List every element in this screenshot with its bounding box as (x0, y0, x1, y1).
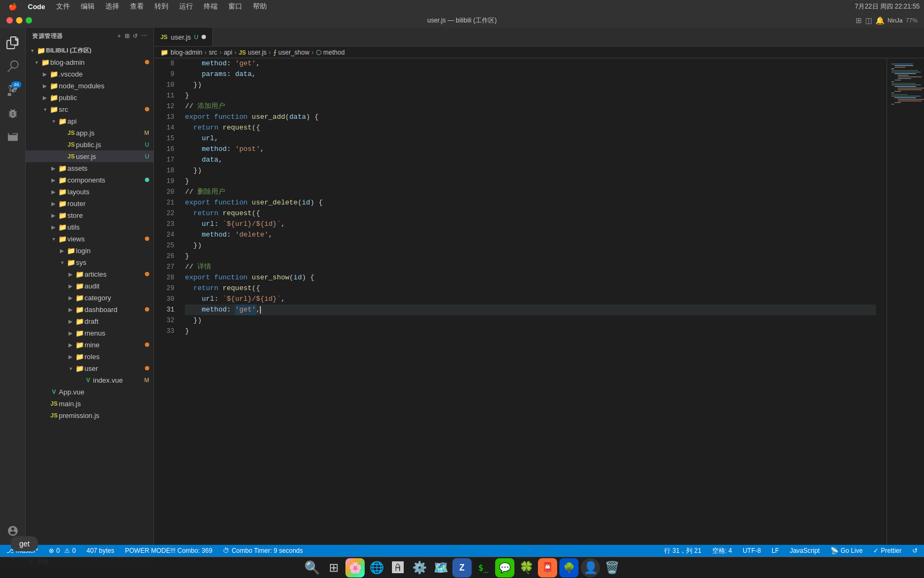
tree-mine[interactable]: ▶ 📁 mine (26, 339, 153, 351)
tree-api[interactable]: ▾ 📁 api (26, 115, 153, 127)
bc-user-js[interactable]: user.js (248, 49, 267, 56)
tree-public[interactable]: ▶ 📁 public (26, 92, 153, 103)
workspace-root[interactable]: ▾ 📁 BILIBILI (工作区) (26, 44, 153, 56)
maximize-button[interactable] (26, 17, 32, 24)
tree-app-vue[interactable]: ▶ V App.vue (26, 386, 153, 398)
search-button[interactable] (2, 56, 24, 77)
layout-icon[interactable]: ⊞ (856, 16, 862, 25)
tree-components[interactable]: ▶ 📁 components (26, 174, 153, 186)
tree-store[interactable]: ▶ 📁 store (26, 209, 153, 221)
tree-main-js[interactable]: ▶ JS main.js (26, 398, 153, 409)
extensions-button[interactable] (2, 126, 24, 148)
code-editor[interactable]: 8910111213141516171819202122232425262728… (154, 58, 887, 569)
tree-node-modules[interactable]: ▶ 📁 node_modules (26, 80, 153, 92)
debug-button[interactable] (2, 103, 24, 124)
tree-roles[interactable]: ▶ 📁 roles (26, 351, 153, 362)
dock-postman[interactable]: 📮 (538, 558, 557, 577)
ninja-icon: NinJa (888, 17, 903, 24)
tree-assets[interactable]: ▶ 📁 assets (26, 162, 153, 174)
tree-blog-admin[interactable]: ▾ 📁 blog-admin (26, 56, 153, 68)
tree-src[interactable]: ▾ 📁 src (26, 103, 153, 115)
spaces-item[interactable]: 空格: 4 (710, 546, 734, 556)
line-number-11: 11 (154, 90, 174, 101)
menu-terminal[interactable]: 终端 (199, 1, 222, 12)
tree-app-js[interactable]: ▶ JS app.js M (26, 127, 153, 139)
tree-user-folder[interactable]: ▾ 📁 user (26, 362, 153, 374)
tree-audit[interactable]: ▶ 📁 audit (26, 280, 153, 292)
tree-premission-js[interactable]: ▶ JS premission.js (26, 409, 153, 421)
source-control-button[interactable]: 46 (2, 79, 24, 101)
eol-item[interactable]: LF (769, 547, 781, 554)
tree-router[interactable]: ▶ 📁 router (26, 197, 153, 209)
dock-trash[interactable]: 🗑️ (602, 558, 621, 577)
menu-window[interactable]: 窗口 (224, 1, 247, 12)
line-number-29: 29 (154, 283, 174, 294)
dock-wechat[interactable]: 💬 (495, 558, 514, 577)
menu-view[interactable]: 查看 (126, 1, 148, 12)
dock-terminal[interactable]: $_ (474, 558, 493, 577)
tree-vscode[interactable]: ▶ 📁 .vscode (26, 68, 153, 80)
split-icon[interactable]: ◫ (865, 16, 872, 25)
menu-edit[interactable]: 编辑 (76, 1, 99, 12)
explorer-button[interactable] (2, 32, 24, 54)
bc-method[interactable]: method (324, 49, 345, 56)
tree-sys[interactable]: ▾ 📁 sys (26, 256, 153, 268)
errors-item[interactable]: ⊗ 0 ⚠ 0 (47, 547, 78, 554)
dock-user-icon[interactable]: 👤 (581, 558, 600, 577)
tab-user-js[interactable]: JS user.js U (154, 28, 213, 46)
svg-rect-9 (898, 77, 922, 77)
dock-finder[interactable]: 🔍 (303, 558, 322, 577)
collapse-icon[interactable]: ⋯ (141, 33, 148, 40)
dock-clover[interactable]: 🍀 (517, 558, 536, 577)
bytes-item[interactable]: 407 bytes (84, 547, 117, 554)
language-item[interactable]: JavaScript (788, 547, 822, 554)
menu-file[interactable]: 文件 (52, 1, 74, 12)
combo-timer-item[interactable]: ⏱ Combo Timer: 9 seconds (221, 547, 305, 554)
tree-category[interactable]: ▶ 📁 category (26, 292, 153, 303)
tree-menus[interactable]: ▶ 📁 menus (26, 327, 153, 339)
tree-login[interactable]: ▶ 📁 login (26, 245, 153, 256)
new-folder-icon[interactable]: ⊞ (125, 33, 130, 40)
dock-appstore[interactable]: 🅰 (388, 558, 407, 577)
dock-photos[interactable]: 🌸 (345, 558, 365, 577)
bc-api[interactable]: api (224, 49, 232, 56)
dock-prefs[interactable]: ⚙️ (410, 558, 429, 577)
dock-launchpad[interactable]: ⊞ (324, 558, 343, 577)
tree-public-js[interactable]: ▶ JS public.js U (26, 139, 153, 150)
tree-dashboard[interactable]: ▶ 📁 dashboard (26, 303, 153, 315)
new-file-icon[interactable]: + (118, 33, 121, 40)
prettier-item[interactable]: ✓ Prettier (871, 547, 904, 554)
tree-articles[interactable]: ▶ 📁 articles (26, 268, 153, 280)
apple-menu[interactable]: 🍎 (4, 2, 21, 12)
tree-views[interactable]: ▾ 📁 views (26, 233, 153, 245)
dock-maps[interactable]: 🗺️ (431, 558, 450, 577)
powermode-item[interactable]: POWER MODE!!! Combo: 369 (123, 547, 214, 554)
encoding-item[interactable]: UTF-8 (741, 547, 763, 554)
tree-utils[interactable]: ▶ 📁 utils (26, 221, 153, 233)
menu-help[interactable]: 帮助 (249, 1, 271, 12)
bell-icon[interactable]: 🔔 (875, 16, 884, 25)
dock-sourcetree[interactable]: 🌳 (559, 558, 579, 577)
golive-item[interactable]: 📡 Go Live (828, 547, 865, 554)
bc-blog-admin[interactable]: blog-admin (171, 49, 202, 56)
minimize-button[interactable] (16, 17, 22, 24)
close-button[interactable] (6, 17, 13, 24)
menu-run[interactable]: 运行 (175, 1, 197, 12)
bc-user-show[interactable]: user_show (279, 49, 310, 56)
position-item[interactable]: 行 31，列 21 (662, 546, 703, 556)
dock-filezilla[interactable]: Z (452, 558, 472, 577)
bc-src[interactable]: src (209, 49, 217, 56)
tree-user-js[interactable]: ▶ JS user.js U (26, 150, 153, 162)
refresh-icon[interactable]: ↺ (133, 33, 138, 40)
tree-index-vue[interactable]: ▶ V index.vue M (26, 374, 153, 386)
tree-draft[interactable]: ▶ 📁 draft (26, 315, 153, 327)
sidebar-title: 资源管理器 + ⊞ ↺ ⋯ (26, 28, 153, 44)
menu-select[interactable]: 选择 (101, 1, 124, 12)
menu-goto[interactable]: 转到 (150, 1, 173, 12)
check-icon: ✓ (873, 547, 879, 554)
tree-layouts[interactable]: ▶ 📁 layouts (26, 186, 153, 197)
minimap-svg (887, 58, 924, 379)
dock-chrome[interactable]: 🌐 (367, 558, 386, 577)
refresh-status-icon[interactable]: ↺ (910, 547, 920, 554)
app-name[interactable]: Code (24, 2, 50, 12)
